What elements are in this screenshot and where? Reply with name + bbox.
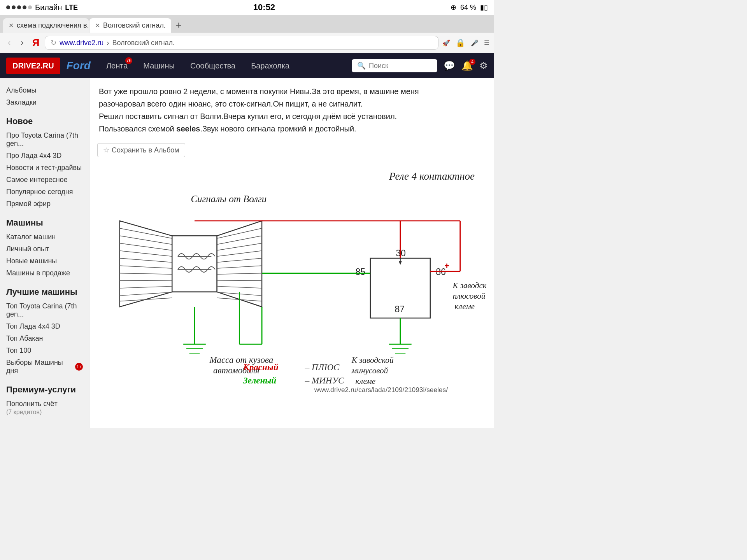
star-icon: ☆ — [103, 146, 109, 154]
sidebar-item-top-toyota[interactable]: Топ Toyota Carina (7th gen... — [6, 300, 83, 320]
refresh-icon[interactable]: ↻ — [51, 38, 56, 47]
yandex-logo[interactable]: Я — [31, 37, 41, 49]
tab-label-0: схема подключения в... — [17, 21, 89, 30]
network-type: LTE — [65, 4, 78, 12]
tab-0[interactable]: ✕ схема подключения в... — [3, 18, 89, 33]
main-content: Вот уже прошло ровно 2 недели, с момента… — [89, 78, 494, 428]
sidebar-item-katalog[interactable]: Каталог машин — [6, 231, 83, 243]
status-bar: Билайн LTE 10:52 ⊕ 64 % ▮▯ — [0, 0, 494, 15]
sidebar-item-novosti[interactable]: Новости и тест-драйвы — [6, 162, 83, 174]
carrier-label: Билайн — [35, 3, 62, 12]
battery-icon: ▮▯ — [480, 3, 488, 12]
tab-label-1: Волговский сигнал. — [103, 21, 166, 30]
svg-text:К заводской: К заводской — [351, 355, 394, 365]
sidebar-item-popularnoe[interactable]: Популярное сегодня — [6, 186, 83, 198]
settings-icon[interactable]: ⚙ — [479, 60, 488, 71]
svg-text:– ПЛЮС: – ПЛЮС — [305, 362, 340, 372]
svg-text:Красный: Красный — [243, 362, 279, 372]
article-line3: Решил поставить сигнал от Волги.Вчера ку… — [99, 110, 485, 122]
search-box[interactable]: 🔍 — [352, 59, 437, 72]
sidebar-item-efir[interactable]: Прямой эфир — [6, 198, 83, 210]
author-name: seeles — [176, 124, 200, 133]
address-domain: www.drive2.ru — [60, 39, 103, 47]
sidebar-section-luchshie: Лучшие машины — [6, 287, 83, 297]
sidebar-item-popolnit[interactable]: Пополнить счёт(7 кредитов) — [6, 398, 83, 418]
diagram-container: Реле 4 контактное Сигналы от Волги — [97, 161, 486, 394]
sidebar-item-novye[interactable]: Новые машины — [6, 255, 83, 267]
browser-toolbar: ‹ › Я ↻ www.drive2.ru › Волговский сигна… — [0, 33, 494, 53]
sidebar-item-zakладки[interactable]: Закладки — [6, 96, 83, 108]
svg-text:клеме: клеме — [355, 376, 375, 386]
address-separator: › — [107, 39, 109, 47]
sidebar-item-vybory[interactable]: Выборы Машины дня 17 — [6, 357, 83, 377]
browser-tabs: ✕ схема подключения в... ✕ Волговский си… — [0, 15, 494, 33]
messages-icon[interactable]: 💬 — [444, 60, 455, 71]
sidebar-item-albomy[interactable]: Альбомы — [6, 84, 83, 96]
sidebar-section-novoe: Новое — [6, 116, 83, 126]
svg-text:85: 85 — [355, 267, 365, 277]
battery-label: 64 % — [460, 4, 476, 12]
article-line1: Вот уже прошло ровно 2 недели, с момента… — [99, 85, 485, 98]
sidebar-item-toyota[interactable]: Про Toyota Carina (7th gen... — [6, 130, 83, 150]
new-tab-button[interactable]: + — [172, 18, 186, 33]
search-icon: 🔍 — [357, 61, 366, 70]
sidebar-item-lada4x4[interactable]: Про Лада 4x4 3D — [6, 150, 83, 162]
search-input[interactable] — [369, 62, 432, 70]
nav-item-machines[interactable]: Машины — [135, 53, 182, 78]
sidebar-item-top-abakan[interactable]: Топ Абакан — [6, 332, 83, 345]
address-path: Волговский сигнал. — [112, 39, 175, 47]
lock-icon: 🔒 — [456, 38, 465, 47]
sidebar: Альбомы Закладки Новое Про Toyota Carina… — [0, 78, 89, 428]
toolbar-icons: 🚀 🔒 🎤 ☰ — [442, 38, 489, 47]
svg-rect-15 — [172, 236, 217, 292]
lenta-badge: 76 — [125, 57, 132, 64]
save-to-album-button[interactable]: ☆ Сохранить в Альбом — [97, 143, 185, 157]
mic-icon[interactable]: 🎤 — [471, 39, 479, 47]
svg-text:87: 87 — [395, 304, 405, 314]
tab-close-0[interactable]: ✕ — [9, 22, 14, 29]
clock: 10:52 — [253, 2, 275, 12]
nav-right-icons: 💬 🔔 4 ⚙ — [444, 60, 488, 71]
menu-icon[interactable]: ☰ — [484, 39, 489, 47]
wiring-diagram: Реле 4 контактное Сигналы от Волги — [97, 161, 486, 393]
sidebar-item-opyt[interactable]: Личный опыт — [6, 243, 83, 255]
vybory-badge: 17 — [75, 363, 83, 371]
svg-text:Сигналы от Волги: Сигналы от Волги — [191, 194, 267, 204]
svg-text:К заводской: К заводской — [452, 281, 486, 290]
sidebar-item-samoe[interactable]: Самое интересное — [6, 174, 83, 186]
notifications-icon[interactable]: 🔔 4 — [461, 60, 473, 71]
location-icon: ⊕ — [451, 3, 456, 12]
rocket-icon[interactable]: 🚀 — [442, 39, 450, 47]
svg-text:клеме: клеме — [454, 302, 475, 311]
tab-close-1[interactable]: ✕ — [95, 22, 100, 29]
forward-button[interactable]: › — [18, 36, 26, 49]
svg-text:+: + — [444, 261, 449, 270]
main-nav: DRIVE2.RU Ford Лента 76 Машины Сообществ… — [0, 53, 494, 78]
svg-text:Зеленый: Зеленый — [243, 375, 276, 385]
nav-item-baraholka[interactable]: Барахолка — [243, 53, 297, 78]
sidebar-item-top-lada[interactable]: Топ Лада 4x4 3D — [6, 320, 83, 332]
svg-text:www.drive2.ru/cars/lada/2109/2: www.drive2.ru/cars/lada/2109/21093i/seel… — [314, 386, 448, 393]
nav-item-lenta[interactable]: Лента 76 — [98, 53, 135, 78]
nav-item-communities[interactable]: Сообщества — [182, 53, 243, 78]
image-section: ☆ Сохранить в Альбом Реле 4 контактное С… — [89, 139, 494, 402]
article-line2: разочаровал всего один нюанс, это сток-с… — [99, 98, 485, 110]
site-logo[interactable]: DRIVE2.RU — [6, 58, 60, 74]
svg-text:минусовой: минусовой — [351, 366, 388, 375]
sidebar-section-mashiny: Машины — [6, 218, 83, 228]
svg-line-26 — [217, 280, 262, 281]
svg-text:– МИНУС: – МИНУС — [305, 375, 344, 385]
sidebar-section-premium: Премиум-услуги — [6, 385, 83, 395]
svg-text:Реле 4 контактное: Реле 4 контактное — [389, 170, 475, 182]
back-button[interactable]: ‹ — [5, 36, 14, 49]
svg-line-11 — [120, 280, 172, 281]
tab-1[interactable]: ✕ Волговский сигнал. — [89, 18, 171, 33]
address-bar[interactable]: ↻ www.drive2.ru › Волговский сигнал. — [45, 36, 438, 50]
sidebar-item-prodazha[interactable]: Машины в продаже — [6, 267, 83, 279]
article-text: Вот уже прошло ровно 2 недели, с момента… — [89, 78, 494, 139]
sidebar-item-top100[interactable]: Топ 100 — [6, 345, 83, 357]
page-layout: Альбомы Закладки Новое Про Toyota Carina… — [0, 78, 494, 428]
ford-logo: Ford — [67, 60, 91, 72]
article-line4: Пользовался схемой seeles.Звук нового си… — [99, 122, 485, 135]
signal-dots — [6, 5, 32, 9]
